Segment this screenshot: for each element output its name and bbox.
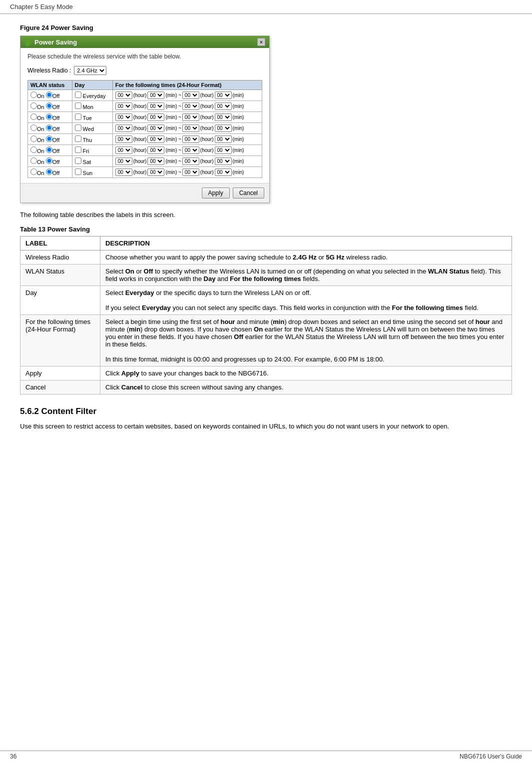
desc-description-cell: Select On or Off to specify whether the … [100, 264, 512, 286]
hour-select-end[interactable]: 0001020304050607080910111213141516171819… [182, 158, 199, 165]
hour-select-start[interactable]: 0001020304050607080910111213141516171819… [115, 158, 132, 165]
radio-off[interactable] [46, 102, 52, 109]
wireless-radio-row: Wireless Radio : 2.4 GHz 5 GHz [27, 66, 262, 75]
day-checkbox[interactable] [75, 146, 81, 153]
hour-select-end[interactable]: 0001020304050607080910111213141516171819… [182, 136, 199, 143]
radio-on[interactable] [30, 136, 37, 142]
radio-off[interactable] [46, 92, 52, 98]
dialog-footer: Apply Cancel [20, 183, 269, 202]
min-select-end[interactable]: 00153045 [215, 124, 232, 132]
min-select-end[interactable]: 00153045 [215, 114, 232, 121]
table-row: On Off Tue000102030405060708091011121314… [28, 112, 262, 123]
hour-select-end[interactable]: 0001020304050607080910111213141516171819… [182, 146, 199, 154]
radio-on[interactable] [30, 114, 37, 120]
table-row: On Off Mon000102030405060708091011121314… [28, 101, 262, 112]
radio-off[interactable] [46, 146, 52, 153]
power-saving-dialog: Power Saving × Please schedule the wirel… [20, 36, 270, 203]
time-cell: 0001020304050607080910111213141516171819… [112, 101, 262, 112]
hour-select-start[interactable]: 0001020304050607080910111213141516171819… [115, 92, 132, 99]
day-checkbox[interactable] [75, 114, 81, 120]
day-checkbox[interactable] [75, 102, 81, 109]
guide-title: NBG6716 User's Guide [460, 753, 522, 760]
radio-off[interactable] [46, 168, 52, 175]
radio-off[interactable] [46, 136, 52, 142]
hour-select-end[interactable]: 0001020304050607080910111213141516171819… [182, 92, 199, 99]
wireless-radio-label: Wireless Radio : [27, 67, 71, 74]
table-row: On Off Fri000102030405060708091011121314… [28, 145, 262, 156]
hour-select-start[interactable]: 0001020304050607080910111213141516171819… [115, 124, 132, 132]
hour-select-end[interactable]: 0001020304050607080910111213141516171819… [182, 114, 199, 121]
desc-description-cell: Select a begin time using the first set … [100, 315, 512, 366]
hour-select-start[interactable]: 0001020304050607080910111213141516171819… [115, 168, 132, 176]
radio-on[interactable] [30, 146, 37, 153]
radio-on[interactable] [30, 92, 37, 98]
day-checkbox[interactable] [75, 158, 81, 164]
min-select-end[interactable]: 00153045 [215, 136, 232, 143]
desc-label-cell: Cancel [20, 380, 100, 394]
radio-on[interactable] [30, 158, 37, 164]
cancel-button[interactable]: Cancel [233, 188, 264, 198]
hour-select-start[interactable]: 0001020304050607080910111213141516171819… [115, 136, 132, 143]
day-checkbox[interactable] [75, 92, 81, 98]
time-cell: 0001020304050607080910111213141516171819… [112, 134, 262, 145]
time-cell: 0001020304050607080910111213141516171819… [112, 90, 262, 101]
day-cell: Fri [72, 145, 112, 156]
min-select-end[interactable]: 00153045 [215, 146, 232, 154]
following-text: The following table describes the labels… [20, 211, 512, 218]
table-row: DaySelect Everyday or the specific days … [20, 286, 512, 315]
titlebar-left: Power Saving [24, 38, 77, 46]
hour-select-end[interactable]: 0001020304050607080910111213141516171819… [182, 168, 199, 176]
min-select-start[interactable]: 00153045 [147, 92, 164, 99]
min-select-start[interactable]: 00153045 [147, 168, 164, 176]
time-cell: 0001020304050607080910111213141516171819… [112, 123, 262, 134]
radio-off[interactable] [46, 158, 52, 164]
day-checkbox[interactable] [75, 136, 81, 142]
hour-select-start[interactable]: 0001020304050607080910111213141516171819… [115, 102, 132, 110]
wlan-status-cell: On Off [28, 134, 72, 145]
hour-select-end[interactable]: 0001020304050607080910111213141516171819… [182, 102, 199, 110]
col-header-day: Day [72, 80, 112, 90]
close-icon[interactable]: × [257, 38, 265, 46]
time-cell: 0001020304050607080910111213141516171819… [112, 167, 262, 178]
day-checkbox[interactable] [75, 124, 81, 131]
radio-on[interactable] [30, 102, 37, 109]
min-select-end[interactable]: 00153045 [215, 102, 232, 110]
wireless-radio-select[interactable]: 2.4 GHz 5 GHz [74, 66, 106, 75]
min-select-start[interactable]: 00153045 [147, 102, 164, 110]
desc-description-cell: Click Cancel to close this screen withou… [100, 380, 512, 394]
radio-on[interactable] [30, 168, 37, 175]
table13-label: Table 13 Power Saving [20, 226, 512, 233]
radio-off[interactable] [46, 114, 52, 120]
desc-description-cell: Select Everyday or the specific days to … [100, 286, 512, 315]
dialog-intro: Please schedule the wireless service wit… [27, 53, 262, 60]
desc-label-cell: For the following times (24-Hour Format) [20, 315, 100, 366]
min-select-start[interactable]: 00153045 [147, 114, 164, 121]
radio-on[interactable] [30, 124, 37, 131]
hour-select-start[interactable]: 0001020304050607080910111213141516171819… [115, 146, 132, 154]
page-number: 36 [10, 753, 16, 760]
day-checkbox[interactable] [75, 168, 81, 175]
table-row: On Off Sun000102030405060708091011121314… [28, 167, 262, 178]
min-select-end[interactable]: 00153045 [215, 158, 232, 165]
min-select-end[interactable]: 00153045 [215, 168, 232, 176]
hour-select-end[interactable]: 0001020304050607080910111213141516171819… [182, 124, 199, 132]
table-row: ApplyClick Apply to save your changes ba… [20, 366, 512, 380]
desc-header-desc: DESCRIPTION [100, 236, 512, 250]
wlan-status-cell: On Off [28, 145, 72, 156]
min-select-start[interactable]: 00153045 [147, 146, 164, 154]
col-header-wlan: WLAN status [28, 80, 72, 90]
min-select-start[interactable]: 00153045 [147, 136, 164, 143]
min-select-start[interactable]: 00153045 [147, 158, 164, 165]
desc-description-cell: Choose whether you want to apply the pow… [100, 250, 512, 264]
day-cell: Thu [72, 134, 112, 145]
min-select-end[interactable]: 00153045 [215, 92, 232, 99]
section562-text: Use this screen to restrict access to ce… [20, 422, 512, 432]
radio-off[interactable] [46, 124, 52, 131]
table-row: Wireless RadioChoose whether you want to… [20, 250, 512, 264]
time-cell: 0001020304050607080910111213141516171819… [112, 145, 262, 156]
hour-select-start[interactable]: 0001020304050607080910111213141516171819… [115, 114, 132, 121]
table-row: On Off Everyday0001020304050607080910111… [28, 90, 262, 101]
apply-button[interactable]: Apply [202, 188, 230, 198]
wlan-status-cell: On Off [28, 156, 72, 167]
min-select-start[interactable]: 00153045 [147, 124, 164, 132]
